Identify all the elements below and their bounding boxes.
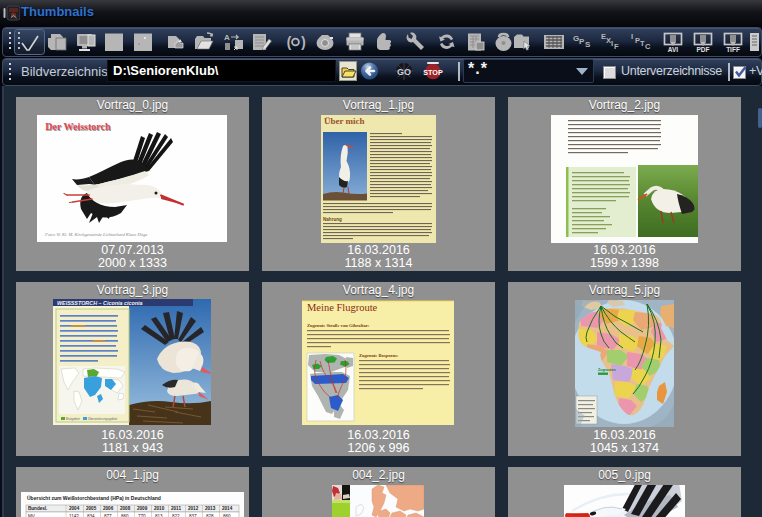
svg-text:2013: 2013 [205,506,216,511]
svg-text:S: S [585,40,591,49]
svg-text:WEISSSTORCH – Ciconia ciconia: WEISSSTORCH – Ciconia ciconia [57,300,143,306]
svg-text:Nahrung: Nahrung [323,217,342,222]
svg-text:Der Weisstorch: Der Weisstorch [45,121,111,132]
svg-text:828: 828 [206,514,214,517]
svg-text:Bundesl.: Bundesl. [28,506,47,511]
svg-text:TIFF: TIFF [726,46,740,53]
svg-text:PDF: PDF [697,46,710,53]
svg-text:2011: 2011 [171,506,181,511]
svg-text:Zugroute Bosporus:: Zugroute Bosporus: [359,353,399,358]
svg-text:I: I [611,39,613,48]
svg-text:2014: 2014 [222,506,233,511]
svg-text:Zugroute Straße von Gibraltar:: Zugroute Straße von Gibraltar: [307,323,370,328]
svg-text:2006: 2006 [103,506,114,511]
svg-text:F: F [614,42,619,51]
svg-text:1142: 1142 [69,514,79,517]
svg-text:2010: 2010 [154,506,165,511]
svg-text:Fotos W. Kl. M. Kirchgemeinde: Fotos W. Kl. M. Kirchgemeinde Lichtenhar… [44,232,147,237]
svg-text:A: A [224,33,230,42]
svg-text:2012: 2012 [188,506,199,511]
svg-text:2004: 2004 [69,506,80,511]
svg-text:860: 860 [121,514,129,517]
svg-text:Brutgebiet: Brutgebiet [66,417,80,421]
svg-text:770: 770 [138,514,146,517]
svg-text:813: 813 [155,514,163,517]
svg-text:): ) [299,35,307,51]
svg-text:Übersicht zum Weißstorchbestan: Übersicht zum Weißstorchbestand (HPa) in… [27,495,161,501]
svg-text:2009: 2009 [137,506,148,511]
svg-text:877: 877 [104,514,112,517]
svg-text:2005: 2005 [86,506,97,511]
svg-text:GO: GO [397,67,411,77]
svg-text:Meine Flugroute: Meine Flugroute [307,302,378,313]
svg-text:Zugrouten: Zugrouten [598,368,616,372]
svg-text:837: 837 [189,514,197,517]
svg-text:Über mich: Über mich [324,116,365,126]
svg-text:MV: MV [28,514,36,517]
svg-text:860: 860 [223,514,231,517]
svg-text:Überwinterungsgebiet: Überwinterungsgebiet [88,417,117,421]
svg-text:C: C [645,42,651,51]
svg-text:822: 822 [172,514,180,517]
svg-text:AVI: AVI [668,46,679,53]
svg-text:2008: 2008 [120,506,131,511]
svg-text:I: I [631,32,633,41]
svg-text:834: 834 [87,514,95,517]
svg-text:STOP: STOP [423,68,443,77]
